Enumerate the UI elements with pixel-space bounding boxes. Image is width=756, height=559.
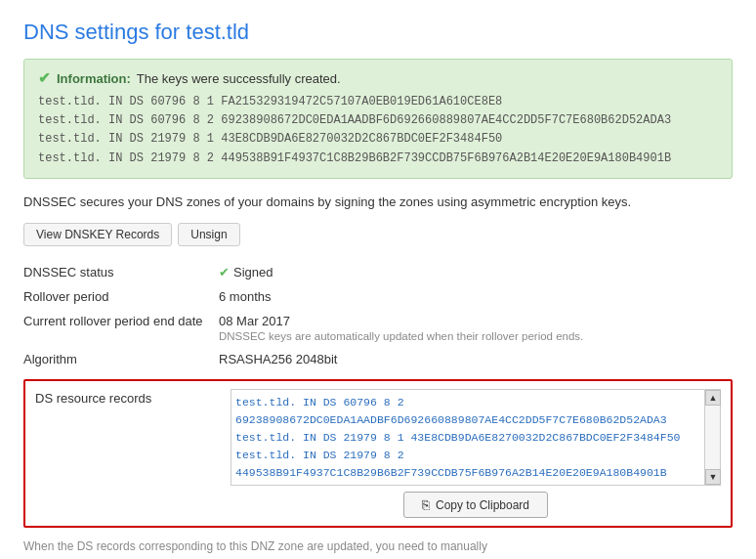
info-box: ✔ Information: The keys were successfull… [23, 59, 733, 179]
info-header: ✔ Information: The keys were successfull… [38, 69, 718, 87]
check-icon: ✔ [38, 69, 51, 87]
footer-text-1: When the DS records corresponding to thi… [23, 539, 487, 553]
end-date-value: 08 Mar 2017 DNSSEC keys are automaticall… [219, 309, 733, 347]
ds-label-cell: DS resource records [35, 389, 231, 518]
ds-line-3: test.tld. IN DS 21979 8 1 43E8CDB9DA6E82… [235, 429, 700, 447]
clipboard-icon: ⎘ [422, 497, 430, 512]
signed-check-icon: ✔ [219, 265, 230, 280]
page-title: DNS settings for test.tld [23, 20, 733, 45]
description-text: DNSSEC secures your DNS zones of your do… [23, 193, 733, 212]
scroll-up-button[interactable]: ▲ [705, 390, 721, 406]
unsign-button[interactable]: Unsign [178, 223, 239, 246]
table-row-rollover: Rollover period 6 months [23, 284, 733, 309]
end-date-text: 08 Mar 2017 [219, 314, 725, 328]
domain-name: test.tld [186, 20, 249, 44]
ds-line-2: 69238908672DC0EDA1AADBF6D692660889807AE4… [235, 411, 700, 429]
ds-content-cell: test.tld. IN DS 60796 8 2 69238908672DC0… [231, 389, 721, 518]
scroll-down-button[interactable]: ▼ [705, 469, 721, 485]
info-text: The keys were successfully created. [137, 71, 341, 86]
status-label: DNSSEC status [23, 260, 219, 284]
dns-info-table: DNSSEC status ✔ Signed Rollover period 6… [23, 260, 733, 371]
ds-textarea-wrapper: test.tld. IN DS 60796 8 2 69238908672DC0… [231, 389, 721, 486]
ds-line-4: test.tld. IN DS 21979 8 2 [235, 447, 700, 464]
algorithm-value: RSASHA256 2048bit [219, 347, 733, 371]
info-record-2: test.tld. IN DS 60796 8 2 69238908672DC0… [38, 111, 718, 130]
ds-resource-section: DS resource records test.tld. IN DS 6079… [23, 379, 733, 528]
ds-table: DS resource records test.tld. IN DS 6079… [35, 389, 721, 518]
end-date-label: Current rollover period end date [23, 309, 219, 347]
info-ds-records: test.tld. IN DS 60796 8 1 FA215329319472… [38, 93, 718, 168]
copy-button-row: ⎘ Copy to Clipboard [231, 492, 721, 518]
info-bold-label: Information: [57, 71, 131, 86]
copy-button-label: Copy to Clipboard [436, 498, 529, 512]
table-row-algorithm: Algorithm RSASHA256 2048bit [23, 347, 733, 371]
info-record-4: test.tld. IN DS 21979 8 2 449538B91F4937… [38, 150, 718, 168]
footer-note: When the DS records corresponding to thi… [23, 538, 733, 559]
ds-textarea-content: test.tld. IN DS 60796 8 2 69238908672DC0… [231, 390, 720, 485]
rollover-label: Rollover period [23, 284, 219, 309]
algorithm-label: Algorithm [23, 347, 219, 371]
copy-to-clipboard-button[interactable]: ⎘ Copy to Clipboard [403, 492, 548, 518]
scroll-track [705, 406, 720, 469]
action-buttons: View DNSKEY Records Unsign [23, 223, 733, 246]
ds-scrollbar[interactable]: ▲ ▼ [704, 390, 720, 485]
ds-row: DS resource records test.tld. IN DS 6079… [35, 389, 721, 518]
info-record-1: test.tld. IN DS 60796 8 1 FA215329319472… [38, 93, 718, 111]
end-date-subtext: DNSSEC keys are automatically updated wh… [219, 330, 725, 342]
ds-line-1: test.tld. IN DS 60796 8 2 [235, 394, 700, 411]
table-row-status: DNSSEC status ✔ Signed [23, 260, 733, 284]
signed-text: Signed [233, 265, 273, 280]
table-row-end-date: Current rollover period end date 08 Mar … [23, 309, 733, 347]
info-record-3: test.tld. IN DS 21979 8 1 43E8CDB9DA6E82… [38, 130, 718, 149]
status-value: ✔ Signed [219, 260, 733, 284]
ds-line-5: 449538B91F4937C1C8B29B6B2F739CCDB75F6B97… [235, 464, 700, 482]
rollover-value: 6 months [219, 284, 733, 309]
view-dnskey-button[interactable]: View DNSKEY Records [23, 223, 172, 246]
ds-label-text: DS resource records [35, 391, 151, 406]
